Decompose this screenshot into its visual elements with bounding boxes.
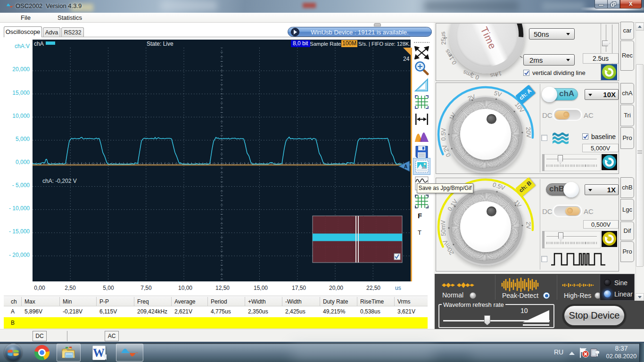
svg-text:chA: -0,202 V: chA: -0,202 V [42, 178, 77, 184]
svg-text:A: A [404, 164, 407, 169]
